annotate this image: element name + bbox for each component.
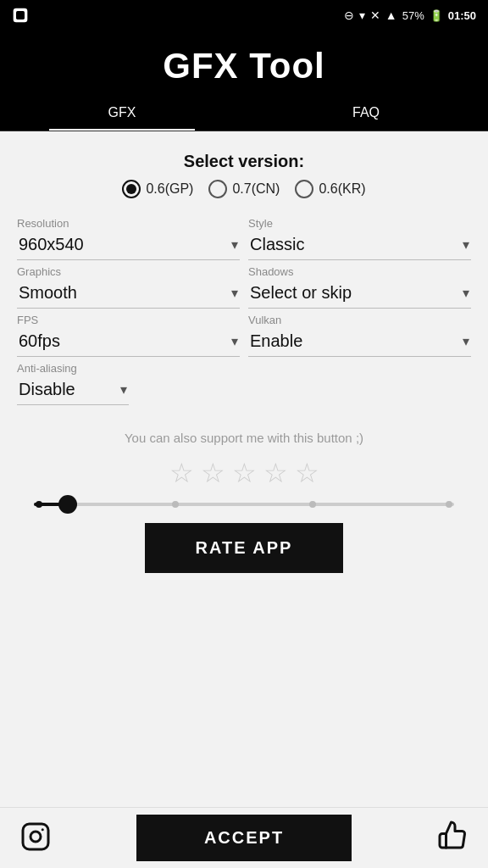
accept-button[interactable]: ACCEPT <box>136 815 352 861</box>
star-2[interactable]: ☆ <box>201 457 225 489</box>
star-5[interactable]: ☆ <box>295 457 319 489</box>
svg-point-4 <box>42 828 44 831</box>
tabs: GFX FAQ <box>0 95 488 131</box>
support-section: You can also support me with this button… <box>17 431 471 489</box>
vulkan-arrow-icon: ▾ <box>463 333 469 349</box>
slider-container <box>17 503 471 506</box>
radio-gp <box>122 180 141 198</box>
antialiasing-dropdown[interactable]: Disable ▾ <box>17 376 129 405</box>
version-radio-group: 0.6(GP) 0.7(CN) 0.6(KR) <box>17 180 471 198</box>
version-option-gp[interactable]: 0.6(GP) <box>122 180 193 198</box>
setting-antialiasing: Anti-aliasing Disable ▾ <box>17 362 240 405</box>
tab-gfx[interactable]: GFX <box>0 95 244 131</box>
antialiasing-arrow-icon: ▾ <box>120 381 127 398</box>
style-dropdown[interactable]: Classic ▾ <box>248 231 471 260</box>
app-title: GFX Tool <box>0 46 488 86</box>
star-1[interactable]: ☆ <box>169 457 194 489</box>
status-icons: ⊖ ▾ ✕ ▲ 57% 🔋 01:50 <box>344 8 476 22</box>
graphics-arrow-icon: ▾ <box>231 285 238 301</box>
style-arrow-icon: ▾ <box>463 236 469 253</box>
setting-style: Style Classic ▾ <box>248 217 471 260</box>
settings-grid: Resolution 960x540 ▾ Style Classic ▾ Gra… <box>17 217 471 405</box>
slider-dots <box>34 501 454 508</box>
dnd-icon: ⊖ <box>344 8 354 22</box>
setting-shadows: Shadows Select or skip ▾ <box>248 265 471 309</box>
shadows-arrow-icon: ▾ <box>463 285 469 301</box>
resolution-arrow-icon: ▾ <box>231 236 238 253</box>
stars-rating[interactable]: ☆ ☆ ☆ ☆ ☆ <box>17 457 471 489</box>
setting-vulkan: Vulkan Enable ▾ <box>248 314 471 357</box>
shadows-dropdown[interactable]: Select or skip ▾ <box>248 280 471 309</box>
signal-icon: ▲ <box>385 8 397 22</box>
setting-resolution: Resolution 960x540 ▾ <box>17 217 240 260</box>
fps-arrow-icon: ▾ <box>231 333 238 349</box>
tab-faq[interactable]: FAQ <box>244 95 488 131</box>
header: GFX Tool <box>0 31 488 95</box>
bottom-bar: ACCEPT <box>0 807 488 868</box>
signal-cross-icon: ✕ <box>370 8 380 22</box>
version-title: Select version: <box>17 152 471 171</box>
radio-kr <box>295 180 313 198</box>
slider-track[interactable] <box>34 503 454 506</box>
rate-app-button[interactable]: RATE APP <box>145 523 344 573</box>
version-section: Select version: 0.6(GP) 0.7(CN) 0.6(KR) <box>17 152 471 198</box>
time: 01:50 <box>448 9 476 22</box>
main-content: Select version: 0.6(GP) 0.7(CN) 0.6(KR) … <box>0 131 488 807</box>
slider-dot-3 <box>309 501 316 508</box>
slider-dot-1 <box>36 501 42 508</box>
svg-rect-1 <box>16 11 25 19</box>
setting-fps: FPS 60fps ▾ <box>17 314 240 357</box>
vulkan-dropdown[interactable]: Enable ▾ <box>248 328 471 357</box>
thumbs-up-icon[interactable] <box>437 820 468 857</box>
graphics-dropdown[interactable]: Smooth ▾ <box>17 280 240 309</box>
status-bar: ⊖ ▾ ✕ ▲ 57% 🔋 01:50 <box>0 0 488 31</box>
fps-dropdown[interactable]: 60fps ▾ <box>17 328 240 357</box>
battery-icon: 🔋 <box>430 9 443 22</box>
svg-point-3 <box>30 832 41 842</box>
instagram-icon[interactable] <box>20 821 51 855</box>
app-icon <box>12 7 29 24</box>
star-4[interactable]: ☆ <box>263 457 288 489</box>
version-option-kr[interactable]: 0.6(KR) <box>295 180 365 198</box>
version-option-cn[interactable]: 0.7(CN) <box>208 180 280 198</box>
rate-btn-container: RATE APP <box>17 523 471 573</box>
support-text: You can also support me with this button… <box>17 431 471 445</box>
svg-rect-2 <box>23 824 48 849</box>
resolution-dropdown[interactable]: 960x540 ▾ <box>17 231 240 260</box>
battery-percent: 57% <box>402 9 424 22</box>
slider-dot-2 <box>172 501 179 508</box>
wifi-icon: ▾ <box>359 8 365 22</box>
slider-dot-4 <box>446 501 452 508</box>
star-3[interactable]: ☆ <box>232 457 257 489</box>
radio-cn <box>208 180 227 198</box>
setting-graphics: Graphics Smooth ▾ <box>17 265 240 309</box>
